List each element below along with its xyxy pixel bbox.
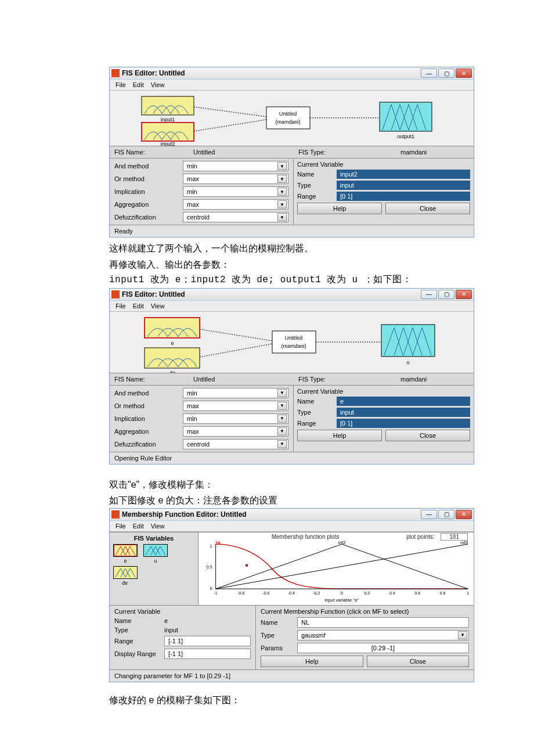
or-method-dropdown[interactable]: max▼	[183, 401, 288, 411]
close-inner-button[interactable]: Close	[367, 656, 470, 667]
svg-text:-1: -1	[214, 591, 218, 595]
aggregation-dropdown[interactable]: max▼	[183, 426, 288, 437]
chevron-down-icon: ▼	[277, 162, 287, 170]
menu-edit[interactable]: Edit	[133, 523, 144, 530]
defuzzification-dropdown[interactable]: centroid▼	[183, 212, 288, 222]
close-inner-button[interactable]: Close	[385, 203, 470, 214]
variable-thumb-u[interactable]	[143, 544, 168, 557]
cv-display-range-input[interactable]: [-1 1]	[164, 649, 251, 659]
mf-type-label: Type	[261, 632, 293, 639]
fis-type-label: FIS Type:	[294, 373, 396, 385]
svg-text:mf2: mf2	[338, 541, 345, 545]
svg-text:0.6: 0.6	[414, 591, 420, 595]
mf-name-input[interactable]: NL	[297, 617, 469, 628]
chevron-down-icon: ▼	[277, 440, 287, 448]
fis-name-value: Untitled	[189, 373, 294, 385]
mf-editor-window: Membership Function Editor: Untitled — ▢…	[109, 508, 474, 682]
maximize-button[interactable]: ▢	[438, 510, 454, 519]
mf-type-dropdown[interactable]: gaussmf▼	[297, 630, 469, 640]
implication-label: Implication	[114, 188, 178, 195]
titlebar[interactable]: FIS Editor: Untitled — ▢ ✕	[110, 289, 474, 301]
app-icon	[111, 290, 120, 298]
menu-file[interactable]: File	[116, 303, 126, 309]
help-button[interactable]: Help	[297, 203, 382, 214]
chevron-down-icon: ▼	[277, 175, 287, 183]
svg-line-13	[200, 329, 272, 341]
cv-name-value: e	[164, 617, 168, 624]
cv-type-value: input	[164, 627, 178, 633]
implication-dropdown[interactable]: min▼	[183, 413, 288, 424]
svg-text:0.8: 0.8	[440, 591, 446, 595]
cv-range-label: Range	[297, 193, 332, 200]
minimize-button[interactable]: —	[421, 69, 437, 78]
body-text: 如下图修改 e 的负大：注意各参数的设置	[109, 493, 534, 508]
and-method-dropdown[interactable]: min▼	[183, 161, 288, 171]
fis-editor-window-2: FIS Editor: Untitled — ▢ ✕ File Edit Vie…	[109, 288, 474, 465]
help-button[interactable]: Help	[297, 430, 382, 441]
menu-view[interactable]: View	[151, 523, 165, 530]
status-bar: Ready	[110, 225, 474, 237]
menu-file[interactable]: File	[116, 523, 126, 530]
svg-text:(mamdani): (mamdani)	[281, 343, 306, 349]
svg-text:Untitled: Untitled	[285, 335, 303, 341]
cv-range-input[interactable]: [-1 1]	[164, 636, 251, 646]
svg-rect-16	[145, 318, 200, 338]
implication-label: Implication	[114, 415, 178, 422]
svg-text:input2: input2	[161, 141, 175, 146]
menu-file[interactable]: File	[116, 81, 126, 88]
menu-edit[interactable]: Edit	[133, 81, 144, 88]
mf-plot-header: Membership function plots	[272, 534, 340, 540]
menu-view[interactable]: View	[151, 303, 165, 309]
cv-type-label: Type	[297, 409, 332, 416]
implication-dropdown[interactable]: min▼	[183, 186, 288, 197]
current-variable-header: Current Variable	[297, 161, 470, 168]
cv-name-label: Name	[297, 398, 332, 405]
chevron-down-icon: ▼	[277, 213, 287, 221]
mf-params-input[interactable]: [0.29 -1]	[297, 643, 469, 653]
titlebar[interactable]: FIS Editor: Untitled — ▢ ✕	[110, 67, 474, 80]
fis-info-bar: FIS Name: Untitled FIS Type: mamdani	[110, 146, 474, 158]
and-method-label: And method	[114, 163, 178, 170]
maximize-button[interactable]: ▢	[438, 290, 454, 299]
and-method-dropdown[interactable]: min▼	[183, 388, 288, 398]
status-bar: Changing parameter for MF 1 to [0.29 -1]	[110, 669, 474, 682]
maximize-button[interactable]: ▢	[438, 69, 454, 78]
svg-text:e: e	[171, 340, 174, 346]
svg-rect-3	[142, 96, 194, 115]
cv-name-label: Name	[114, 617, 161, 624]
minimize-button[interactable]: —	[421, 510, 437, 519]
fis-type-value: mamdani	[396, 146, 431, 158]
mf-plot-area[interactable]: Membership function plots plot points: 1…	[199, 532, 474, 605]
svg-text:input1: input1	[161, 117, 175, 123]
close-button[interactable]: ✕	[456, 69, 472, 78]
cv-type-value: input	[337, 408, 470, 417]
diagram-canvas[interactable]: e de Untitled (mamdani) u	[110, 312, 474, 373]
svg-text:-0.4: -0.4	[288, 591, 295, 595]
fis-name-label: FIS Name:	[110, 146, 189, 158]
svg-text:1: 1	[210, 544, 212, 548]
aggregation-dropdown[interactable]: max▼	[183, 199, 288, 210]
cv-type-label: Type	[114, 627, 161, 633]
close-button[interactable]: ✕	[456, 290, 472, 299]
menu-edit[interactable]: Edit	[133, 303, 144, 309]
variable-thumb-e[interactable]	[113, 544, 138, 557]
plot-points-input[interactable]: 181	[441, 533, 468, 541]
svg-text:0.5: 0.5	[207, 565, 212, 569]
cv-name-value[interactable]: e	[337, 397, 470, 406]
close-inner-button[interactable]: Close	[385, 430, 470, 441]
minimize-button[interactable]: —	[421, 290, 437, 299]
help-button[interactable]: Help	[261, 656, 363, 667]
diagram-canvas[interactable]: input1 input2 Untitled (mamdani) output1	[110, 91, 474, 146]
body-text: 修改好的 e 的模糊子集如下图：	[109, 693, 534, 708]
cv-range-value: [0 1]	[337, 192, 470, 201]
titlebar[interactable]: Membership Function Editor: Untitled — ▢…	[110, 509, 474, 521]
or-method-dropdown[interactable]: max▼	[183, 174, 288, 184]
app-icon	[111, 69, 120, 77]
variable-thumb-de[interactable]	[113, 566, 138, 579]
menu-view[interactable]: View	[151, 81, 165, 88]
menubar: File Edit View	[110, 521, 474, 532]
close-button[interactable]: ✕	[456, 510, 472, 519]
defuzzification-dropdown[interactable]: centroid▼	[183, 439, 288, 449]
cv-name-value[interactable]: input2	[337, 170, 470, 179]
menubar: File Edit View	[110, 80, 474, 91]
